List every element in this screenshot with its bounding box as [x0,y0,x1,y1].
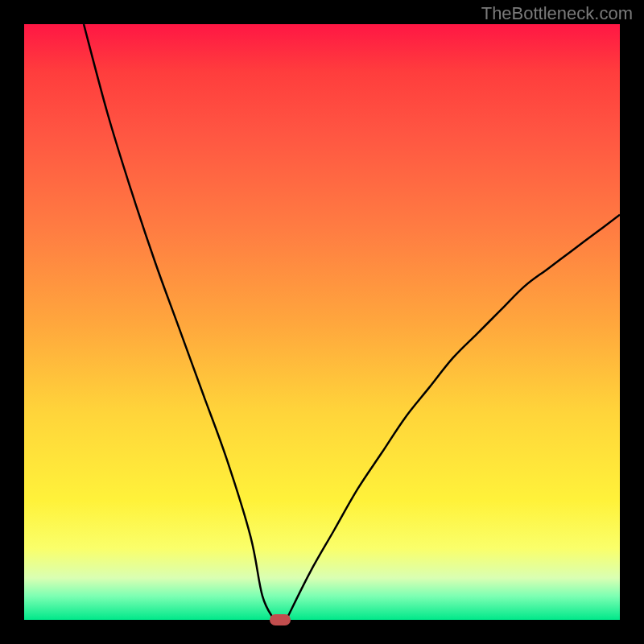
curve-left-branch [84,24,275,620]
plot-area [24,24,620,620]
curve-svg [24,24,620,620]
chart-container: TheBottleneck.com [0,0,644,644]
bottleneck-marker [270,614,291,625]
watermark-text: TheBottleneck.com [481,3,633,24]
curve-right-branch [287,215,620,620]
